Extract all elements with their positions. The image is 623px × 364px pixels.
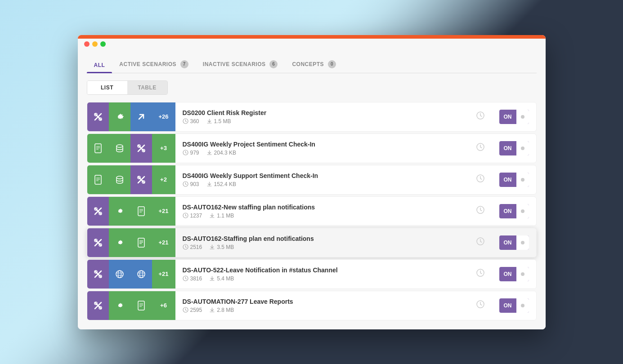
- toggle-area[interactable]: ON: [492, 141, 536, 155]
- toggle-switch[interactable]: [516, 173, 529, 187]
- toggle-switch[interactable]: [516, 267, 529, 281]
- size-meta: 152.4 KB: [206, 181, 236, 187]
- scenario-name: DS-AUTO-522-Leave Notification in #statu…: [183, 266, 462, 274]
- schedule-icon[interactable]: [469, 237, 492, 248]
- list-view-button[interactable]: LIST: [87, 81, 127, 94]
- size-meta: 1.1 MB: [209, 213, 234, 219]
- table-view-button[interactable]: TABLE: [127, 81, 167, 94]
- icon-cell-gear: [109, 197, 130, 226]
- table-row[interactable]: +21 DS-AUTO162-Staffing plan end notific…: [87, 228, 537, 257]
- toggle-area[interactable]: ON: [492, 173, 536, 187]
- toggle-switch[interactable]: [516, 298, 529, 313]
- icon-strip: +21: [87, 228, 175, 257]
- table-row[interactable]: +2 DS400IG Weekly Support Sentiment Chec…: [87, 165, 537, 195]
- icon-cell-wrench: [87, 260, 109, 289]
- scenario-info: DS0200 Client Risk Register 360 1.5 MB: [175, 105, 469, 129]
- tab-inactive-scenarios[interactable]: INACTIVE SCENARIOS 6: [196, 57, 285, 73]
- scenario-info: DS400IG Weekly Support Sentiment Check-I…: [175, 168, 469, 192]
- minimize-button[interactable]: [92, 41, 98, 47]
- icon-cell-gear: [109, 102, 130, 131]
- ops-meta: 979: [183, 150, 199, 156]
- icon-cell-doc: [87, 134, 109, 163]
- icon-cell-gear: [109, 291, 130, 320]
- icon-strip: +21: [87, 197, 175, 226]
- main-window: ALL ACTIVE SCENARIOS 7 INACTIVE SCENARIO…: [78, 35, 546, 329]
- svg-point-23: [117, 176, 123, 179]
- icon-cell-wrench: [87, 228, 109, 257]
- table-row[interactable]: +3 DS400IG Weekly Project Sentiment Chec…: [87, 133, 537, 163]
- toggle-knob: [521, 209, 524, 213]
- schedule-icon[interactable]: [469, 300, 492, 311]
- tab-active-label: ACTIVE SCENARIOS: [119, 61, 176, 67]
- traffic-lights: [84, 41, 106, 47]
- icon-cell-wrench: [87, 197, 109, 226]
- toggle-area[interactable]: ON: [492, 235, 536, 250]
- ops-meta: 903: [183, 181, 199, 187]
- toggle-on[interactable]: ON: [499, 267, 529, 281]
- scenario-meta: 1237 1.1 MB: [183, 213, 462, 219]
- table-row[interactable]: +26 DS0200 Client Risk Register 360 1.5 …: [87, 102, 537, 132]
- close-button[interactable]: [84, 41, 90, 47]
- table-row[interactable]: +21 DS-AUTO-522-Leave Notification in #s…: [87, 259, 537, 289]
- schedule-icon[interactable]: [469, 268, 492, 280]
- scenario-meta: 360 1.5 MB: [183, 118, 462, 124]
- icon-cell-arrow: [130, 102, 152, 131]
- table-row[interactable]: +6 DS-AUTOMATION-277 Leave Reports 2595 …: [87, 291, 537, 320]
- toggle-knob: [521, 146, 524, 150]
- ops-meta: 2516: [183, 244, 202, 250]
- toggle-switch[interactable]: [516, 141, 529, 155]
- tab-all[interactable]: ALL: [87, 58, 112, 73]
- toggle-on[interactable]: ON: [499, 235, 529, 250]
- schedule-icon[interactable]: [469, 111, 492, 122]
- icon-strip: +21: [87, 260, 175, 289]
- icon-strip: +6: [87, 291, 175, 320]
- svg-point-58: [118, 271, 121, 278]
- toggle-on[interactable]: ON: [499, 173, 529, 187]
- tab-active-scenarios[interactable]: ACTIVE SCENARIOS 7: [112, 57, 196, 73]
- view-toggle: LIST TABLE: [87, 80, 168, 95]
- tab-all-label: ALL: [94, 62, 105, 68]
- toggle-on[interactable]: ON: [499, 298, 529, 313]
- svg-point-61: [138, 271, 145, 278]
- ops-meta: 1237: [183, 213, 202, 219]
- toggle-switch[interactable]: [516, 235, 529, 250]
- icon-strip: +26: [87, 102, 175, 131]
- scenario-name: DS400IG Weekly Support Sentiment Check-I…: [183, 172, 462, 179]
- toggle-area[interactable]: ON: [492, 298, 536, 313]
- toggle-area[interactable]: ON: [492, 110, 536, 124]
- icon-cell-globe: [109, 260, 130, 289]
- size-meta: 3.5 MB: [209, 244, 234, 250]
- icon-cell-wrench2: [130, 134, 152, 163]
- table-row[interactable]: +21 DS-AUTO162-New staffing plan notific…: [87, 196, 537, 226]
- maximize-button[interactable]: [100, 41, 106, 47]
- scenario-name: DS-AUTO162-New staffing plan notificatio…: [183, 204, 462, 211]
- schedule-icon[interactable]: [469, 205, 492, 217]
- scenario-meta: 3816 5.4 MB: [183, 275, 462, 282]
- count-cell: +21: [152, 260, 175, 289]
- scenario-name: DS400IG Weekly Project Sentiment Check-I…: [183, 141, 462, 148]
- tab-active-badge: 7: [180, 60, 188, 68]
- toggle-knob: [521, 115, 524, 119]
- svg-rect-7: [95, 144, 101, 153]
- scenario-info: DS-AUTOMATION-277 Leave Reports 2595 2.8…: [175, 293, 469, 318]
- tab-concepts[interactable]: CONCEPTS 0: [285, 57, 343, 73]
- scenario-info: DS400IG Weekly Project Sentiment Check-I…: [175, 136, 469, 160]
- scenario-info: DS-AUTO162-New staffing plan notificatio…: [175, 199, 469, 223]
- toggle-on[interactable]: ON: [499, 141, 529, 155]
- scenario-meta: 2516 3.5 MB: [183, 244, 462, 250]
- icon-cell-globe2: [130, 260, 152, 289]
- ops-meta: 360: [183, 118, 199, 124]
- toggle-area[interactable]: ON: [492, 204, 536, 218]
- schedule-icon[interactable]: [469, 142, 492, 154]
- schedule-icon[interactable]: [469, 174, 492, 185]
- scenario-name: DS0200 Client Risk Register: [183, 109, 462, 116]
- toggle-on[interactable]: ON: [499, 204, 529, 218]
- toggle-knob: [521, 178, 524, 182]
- size-meta: 5.4 MB: [209, 275, 234, 282]
- toggle-switch[interactable]: [516, 204, 529, 218]
- toggle-switch[interactable]: [516, 110, 529, 124]
- icon-cell-doc: [130, 197, 152, 226]
- svg-point-11: [117, 145, 123, 147]
- toggle-area[interactable]: ON: [492, 267, 536, 281]
- toggle-on[interactable]: ON: [499, 110, 529, 124]
